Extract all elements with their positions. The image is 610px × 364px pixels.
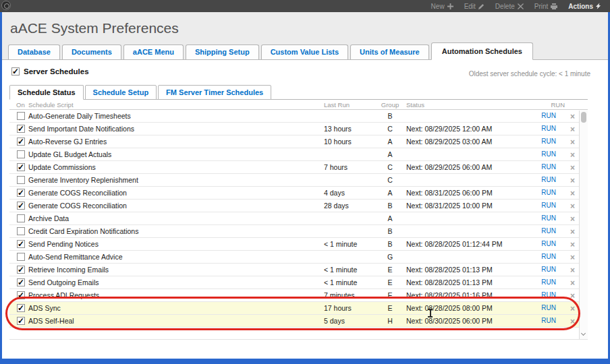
table-row[interactable]: ✓ADS Sync17 hoursENext: 08/28/2025 08:00… xyxy=(9,302,579,315)
row-status: Next: 08/28/2025 01:16 PM xyxy=(406,291,493,299)
plus-icon xyxy=(447,3,453,9)
row-on-checkbox[interactable]: ✓ xyxy=(17,240,25,248)
table-row[interactable]: ✓ADS Self-Heal5 daysHNext: 08/30/2025 06… xyxy=(9,315,579,328)
table-row[interactable]: ✓Auto-Reverse GJ Entries10 hoursANext: 0… xyxy=(9,135,579,148)
row-on-checkbox[interactable]: ✓ xyxy=(17,266,25,274)
subtab-schedule-status[interactable]: Schedule Status xyxy=(9,85,84,100)
row-run-link[interactable]: RUN xyxy=(541,189,556,196)
row-run-link[interactable]: RUN xyxy=(541,240,556,247)
x-icon xyxy=(518,3,524,9)
server-schedules-checkbox[interactable]: ✓ xyxy=(11,67,20,75)
toolbar-new-button[interactable]: New xyxy=(431,3,453,10)
table-row[interactable]: ✓Generate COGS Reconciliation4 daysANext… xyxy=(9,187,579,200)
row-on-checkbox[interactable] xyxy=(17,253,25,261)
row-group: C xyxy=(378,163,402,171)
subtab-schedule-setup[interactable]: Schedule Setup xyxy=(85,85,157,100)
table-row[interactable]: ✓Generate COGS Reconciliation28 daysBNex… xyxy=(9,200,579,212)
row-remove-icon[interactable]: × xyxy=(570,227,575,237)
row-on-checkbox[interactable]: ✓ xyxy=(17,189,25,197)
row-on-checkbox[interactable] xyxy=(17,112,25,120)
table-row[interactable]: ✓Send Pending Notices< 1 minuteBNext: 08… xyxy=(9,238,579,251)
tab-units-of-measure[interactable]: Units of Measure xyxy=(350,44,429,60)
row-remove-icon[interactable]: × xyxy=(570,112,575,121)
row-remove-icon[interactable]: × xyxy=(570,189,575,198)
row-group: C xyxy=(378,125,402,133)
table-row[interactable]: Auto-Generate Daily TimesheetsBRUN× xyxy=(9,110,579,123)
row-remove-icon[interactable]: × xyxy=(570,317,575,326)
tab-automation-schedules[interactable]: Automation Schedules xyxy=(431,42,533,60)
scrollbar[interactable] xyxy=(579,111,588,339)
row-remove-icon[interactable]: × xyxy=(570,291,575,301)
row-on-checkbox[interactable]: ✓ xyxy=(17,304,25,312)
table-row[interactable]: ✓Update Commissions7 hoursCNext: 08/29/2… xyxy=(9,161,579,174)
row-on-checkbox[interactable] xyxy=(17,214,25,222)
row-remove-icon[interactable]: × xyxy=(570,278,575,288)
row-run-link[interactable]: RUN xyxy=(541,150,556,158)
row-remove-icon[interactable]: × xyxy=(570,266,575,275)
tab-documents[interactable]: Documents xyxy=(62,44,121,60)
row-remove-icon[interactable]: × xyxy=(570,304,575,313)
row-remove-icon[interactable]: × xyxy=(570,150,575,160)
row-remove-icon[interactable]: × xyxy=(570,202,575,211)
row-status: Next: 08/28/2025 08:00 PM xyxy=(406,304,493,312)
row-run-link[interactable]: RUN xyxy=(541,163,556,171)
row-on-checkbox[interactable]: ✓ xyxy=(17,202,25,210)
table-row[interactable]: ✓Retrieve Incoming Emails< 1 minuteENext… xyxy=(9,264,579,276)
row-run-link[interactable]: RUN xyxy=(541,266,556,273)
row-run-link[interactable]: RUN xyxy=(541,317,556,324)
row-on-checkbox[interactable]: ✓ xyxy=(17,278,25,286)
table-row[interactable]: Update GL Budget ActualsARUN× xyxy=(9,148,579,161)
row-remove-icon[interactable]: × xyxy=(570,240,575,249)
row-on-checkbox[interactable]: ✓ xyxy=(17,291,25,299)
row-run-link[interactable]: RUN xyxy=(541,291,556,299)
tab-custom-value-lists[interactable]: Custom Value Lists xyxy=(261,44,348,60)
table-row[interactable]: ✓Send Important Date Notifications13 hou… xyxy=(9,123,579,135)
row-run-link[interactable]: RUN xyxy=(541,125,556,132)
tab-aace-menu[interactable]: aACE Menu xyxy=(123,44,184,60)
tab-shipping-setup[interactable]: Shipping Setup xyxy=(186,44,259,60)
row-on-checkbox[interactable] xyxy=(17,176,25,184)
header-schedule-script: Schedule Script xyxy=(28,101,74,109)
row-script-name: Auto-Reverse GJ Entries xyxy=(28,138,107,146)
row-on-checkbox[interactable]: ✓ xyxy=(17,163,25,171)
tab-database[interactable]: Database xyxy=(8,44,60,60)
table-row[interactable]: ✓Process ADI Requests7 minutesENext: 08/… xyxy=(9,289,579,302)
row-group: B xyxy=(378,227,402,235)
toolbar-edit-button[interactable]: Edit xyxy=(464,3,484,10)
row-run-link[interactable]: RUN xyxy=(541,253,556,260)
row-remove-icon[interactable]: × xyxy=(570,163,575,173)
row-run-link[interactable]: RUN xyxy=(541,112,556,119)
row-run-link[interactable]: RUN xyxy=(541,138,556,145)
scrollbar-thumb[interactable] xyxy=(581,112,586,123)
row-on-checkbox[interactable]: ✓ xyxy=(17,317,25,325)
row-last-run: 4 days xyxy=(324,189,345,197)
row-remove-icon[interactable]: × xyxy=(570,253,575,262)
row-remove-icon[interactable]: × xyxy=(570,176,575,185)
table-row[interactable]: Archive DataARUN× xyxy=(9,212,579,225)
row-last-run: < 1 minute xyxy=(324,278,357,286)
row-on-checkbox[interactable]: ✓ xyxy=(17,138,25,146)
row-on-checkbox[interactable] xyxy=(17,150,25,158)
row-last-run: 5 days xyxy=(324,317,345,325)
row-remove-icon[interactable]: × xyxy=(570,125,575,134)
subtab-fm-server-timer-schedules[interactable]: FM Server Timer Schedules xyxy=(158,85,271,100)
row-run-link[interactable]: RUN xyxy=(541,214,556,222)
toolbar-actions-button[interactable]: Actions xyxy=(568,3,602,10)
toolbar-delete-button[interactable]: Delete xyxy=(495,3,524,10)
row-run-link[interactable]: RUN xyxy=(541,304,556,311)
table-row[interactable]: ✓Send Outgoing Emails< 1 minuteENext: 08… xyxy=(9,276,579,289)
table-row[interactable]: Generate Inventory ReplenishmentCRUN× xyxy=(9,174,579,187)
toolbar-print-button[interactable]: Print xyxy=(534,3,558,10)
table-row[interactable]: Auto-Send Remittance AdviceGRUN× xyxy=(9,251,579,264)
row-on-checkbox[interactable] xyxy=(17,227,25,235)
row-remove-icon[interactable]: × xyxy=(570,214,575,224)
row-run-link[interactable]: RUN xyxy=(541,176,556,183)
table-row[interactable]: Credit Card Expiration NotificationsBRUN… xyxy=(9,225,579,238)
row-run-link[interactable]: RUN xyxy=(541,227,556,235)
row-on-checkbox[interactable]: ✓ xyxy=(17,125,25,133)
row-run-link[interactable]: RUN xyxy=(541,202,556,209)
row-remove-icon[interactable]: × xyxy=(570,138,575,147)
scrollbar-down-arrow-icon[interactable] xyxy=(581,331,586,336)
lightning-icon xyxy=(596,3,602,9)
row-run-link[interactable]: RUN xyxy=(541,278,556,286)
